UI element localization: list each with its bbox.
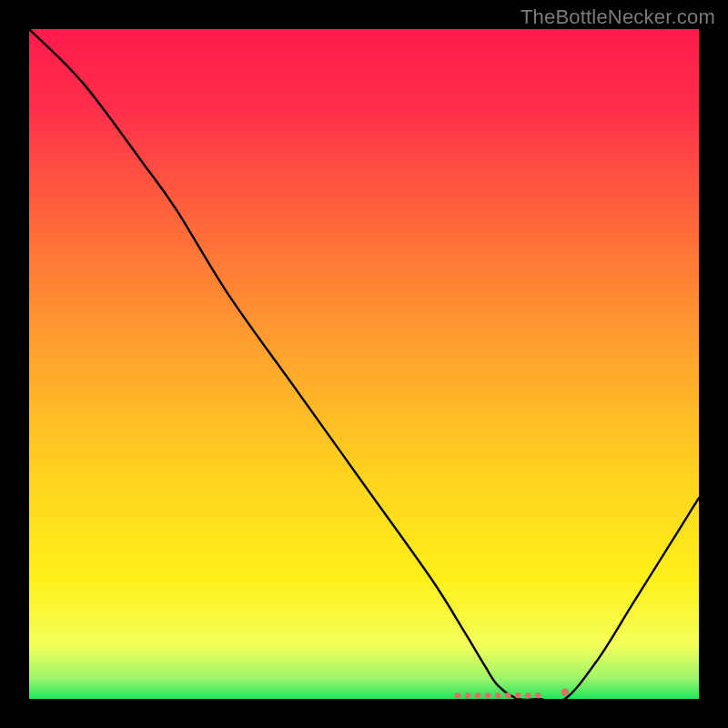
plot-svg xyxy=(29,29,699,699)
highlight-marker xyxy=(505,693,511,699)
chart-frame: TheBottleNecker.com xyxy=(0,0,728,728)
gradient-background xyxy=(29,29,699,699)
attribution-label: TheBottleNecker.com xyxy=(521,5,715,29)
highlight-marker xyxy=(561,688,569,695)
highlight-marker xyxy=(485,693,491,699)
highlight-marker xyxy=(465,693,471,699)
highlight-marker xyxy=(475,693,481,699)
highlight-marker xyxy=(525,693,531,699)
plot-area xyxy=(29,29,699,699)
highlight-marker xyxy=(515,693,521,699)
highlight-marker xyxy=(495,693,501,699)
highlight-marker xyxy=(535,693,541,699)
highlight-marker xyxy=(455,693,461,699)
